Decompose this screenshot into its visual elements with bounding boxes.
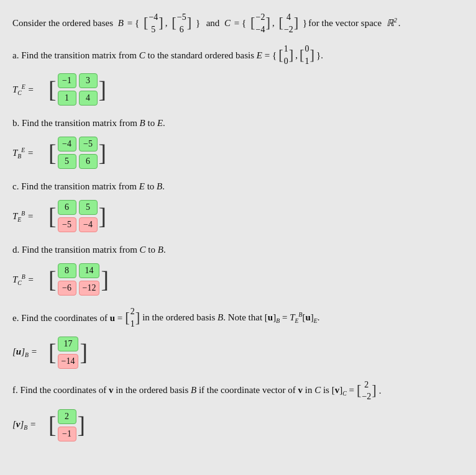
part-b-question: b. Find the transition matrix from B to … — [12, 115, 464, 130]
part-b-text: b. Find the transition matrix from B to … — [12, 118, 165, 128]
bracket-close-f: ] — [78, 414, 86, 437]
bracket-close-b: ] — [99, 142, 107, 165]
u-vector: 2 1 — [125, 305, 140, 330]
part-b-label: TBE = — [12, 147, 43, 160]
part-a-answer: TCE = [ −1 3 1 4 ] — [12, 71, 464, 108]
B-mat1-r2: 5 — [151, 24, 155, 36]
C-mat1-cells: −2 −4 — [255, 11, 266, 35]
cell-d-12[interactable]: 14 — [79, 263, 100, 278]
u-bracket-r — [135, 311, 140, 325]
cell-a-22[interactable]: 4 — [79, 91, 98, 106]
B-mat2-r2: 6 — [180, 24, 184, 36]
cell-b-11[interactable]: −4 — [58, 137, 76, 152]
u-bracket-l — [125, 311, 130, 325]
for-text: for the vector space — [308, 16, 382, 30]
cell-e-1[interactable]: 17 — [58, 337, 79, 351]
part-d-text: d. Find the transition matrix from C to … — [12, 245, 166, 255]
cell-c-12[interactable]: 5 — [79, 200, 98, 215]
bracket-right3 — [265, 16, 270, 30]
B-matrix1: −4 5 — [144, 11, 163, 35]
E-mat2-r2: 1 — [304, 55, 309, 68]
part-e-text-after: in the ordered basis B. Note that [u]B =… — [142, 310, 319, 326]
E-mat2-r1: 0 — [304, 43, 309, 55]
part-f-question: f. Find the coordinates of v in the orde… — [12, 379, 464, 403]
E-bracket-l2 — [300, 48, 304, 63]
bracket-left2 — [172, 16, 176, 30]
part-c-question: c. Find the transition matrix from E to … — [12, 179, 464, 194]
part-b-answer: TBE = [ −4 −5 5 6 ] — [12, 134, 464, 171]
cell-e-2[interactable]: −14 — [58, 354, 79, 369]
part-c-label: TEB = — [12, 210, 43, 223]
part-d-label: TCB = — [12, 273, 43, 286]
bracket-open-f: [ — [48, 414, 57, 437]
part-e-question: e. Find the coordinates of u = 2 1 in th… — [12, 305, 464, 330]
part-a-question: a. Find the transition matrix from C to … — [12, 43, 464, 67]
cell-f-1[interactable]: 2 — [58, 409, 76, 424]
part-f-text: f. Find the coordinates of v in the orde… — [12, 382, 354, 399]
bracket-open-b: [ — [48, 142, 57, 165]
B-mat1-r1: −4 — [149, 11, 158, 24]
part-c-text: c. Find the transition matrix from E to … — [12, 181, 165, 191]
bracket-right — [158, 16, 163, 30]
part-a-label: TCE = — [12, 83, 43, 96]
cell-f-2[interactable]: −1 — [58, 427, 76, 441]
cell-c-21[interactable]: −5 — [58, 217, 76, 232]
part-d-cells: 8 14 −6 −12 — [57, 261, 101, 298]
part-e-matrix: [ 17 −14 ] — [48, 334, 88, 371]
cell-d-22[interactable]: −12 — [79, 281, 100, 296]
cell-a-12[interactable]: 3 — [79, 73, 98, 88]
bracket-left3 — [250, 16, 255, 30]
intro-text-before: Consider the ordered bases — [12, 16, 113, 30]
u-r1: 2 — [130, 305, 135, 318]
bracket-close-d: ] — [101, 268, 109, 292]
bracket-open-c: [ — [48, 205, 57, 228]
cell-d-11[interactable]: 8 — [58, 263, 76, 278]
C-mat1-r1: −2 — [256, 11, 265, 24]
cell-d-21[interactable]: −6 — [58, 281, 76, 296]
v-c-r1: 2 — [364, 379, 368, 391]
part-a-text: a. Find the transition matrix from C to … — [12, 48, 277, 63]
cell-b-22[interactable]: 6 — [79, 154, 98, 169]
page: Consider the ordered bases B = { −4 5 , … — [12, 11, 464, 444]
and-text: and — [206, 16, 220, 30]
E-bracket-l1 — [278, 48, 283, 63]
part-b-cells: −4 −5 5 6 — [57, 134, 99, 171]
bracket-open-d: [ — [48, 268, 57, 292]
bracket-open-e: [ — [48, 341, 57, 364]
B-mat2-r1: −5 — [177, 11, 186, 24]
part-b-matrix: [ −4 −5 5 6 ] — [48, 134, 106, 171]
cell-a-21[interactable]: 1 — [58, 91, 76, 106]
C-mat2-r1: 4 — [286, 11, 291, 24]
bracket-close-a: ] — [99, 78, 107, 102]
u-r2: 1 — [130, 318, 135, 330]
part-f-matrix: [ 2 −1 ] — [48, 407, 85, 444]
E-bracket-r1 — [289, 48, 294, 63]
cell-c-11[interactable]: 6 — [58, 200, 76, 215]
part-f-cells: 2 −1 — [57, 407, 78, 444]
E-mat2-cells: 0 1 — [304, 43, 309, 67]
cell-c-22[interactable]: −4 — [79, 217, 98, 232]
v-c-r2: −2 — [362, 391, 371, 403]
bracket-close-e: ] — [80, 341, 88, 364]
cell-a-11[interactable]: −1 — [58, 73, 76, 88]
cell-b-12[interactable]: −5 — [79, 137, 98, 152]
part-c-cells: 6 5 −5 −4 — [57, 197, 99, 235]
bracket-close-c: ] — [99, 205, 107, 228]
E-matrix1: 1 0 — [278, 43, 293, 67]
part-d-question: d. Find the transition matrix from C to … — [12, 242, 464, 257]
part-e-label: [u]B = — [12, 346, 43, 358]
part-a-matrix: [ −1 3 1 4 ] — [48, 71, 106, 108]
C-matrix2: 4 −2 — [278, 11, 298, 35]
part-e-cells: 17 −14 — [57, 334, 80, 371]
E-mat1-cells: 1 0 — [283, 43, 289, 67]
part-c-matrix: [ 6 5 −5 −4 ] — [48, 197, 106, 235]
part-a-cells: −1 3 1 4 — [57, 71, 99, 108]
B-mat1-cells: −4 5 — [148, 11, 158, 35]
E-mat1-r2: 0 — [284, 55, 288, 68]
cell-b-21[interactable]: 5 — [58, 154, 76, 169]
bracket-right4 — [294, 16, 299, 30]
C-matrix1: −2 −4 — [250, 11, 270, 35]
part-f-label: [v]B = — [12, 419, 43, 431]
B-label: B — [118, 16, 124, 30]
C-mat2-r2: −2 — [284, 24, 293, 36]
